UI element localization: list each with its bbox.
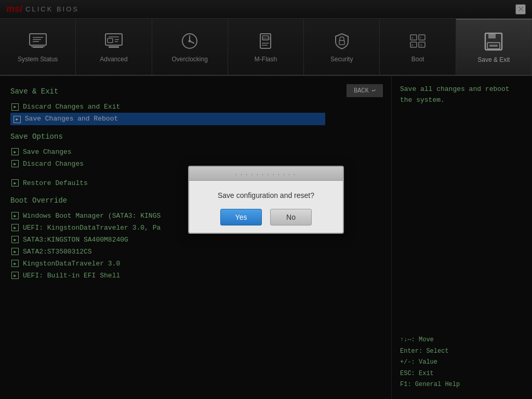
dialog-title-dots: ............: [234, 170, 298, 177]
dialog-yes-button[interactable]: Yes: [220, 209, 262, 225]
dialog-no-button[interactable]: No: [270, 209, 312, 225]
dialog-message: Save configuration and reset?: [200, 191, 332, 200]
dialog-titlebar: ............: [189, 167, 343, 181]
dialog-overlay: ............ Save configuration and rese…: [0, 0, 532, 399]
dialog-body: Save configuration and reset? Yes No: [189, 181, 343, 233]
dialog-buttons: Yes No: [200, 209, 332, 225]
dialog: ............ Save configuration and rese…: [188, 166, 344, 234]
